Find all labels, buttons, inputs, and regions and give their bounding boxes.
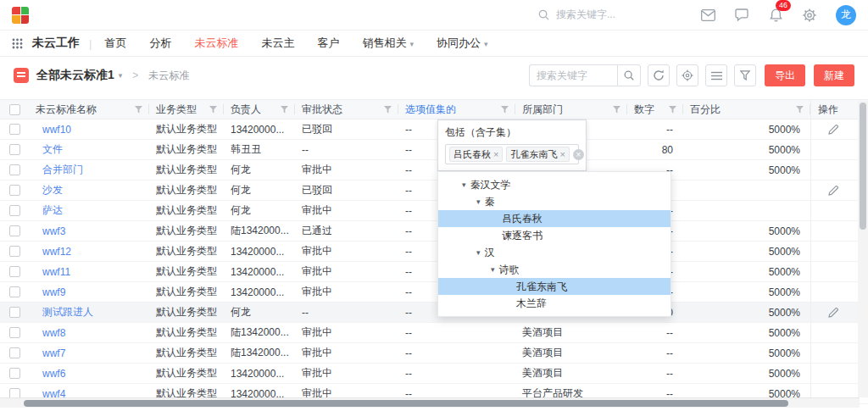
list-search-button[interactable] [617, 64, 641, 86]
row-checkbox[interactable] [9, 347, 20, 358]
nav-item-3[interactable]: 未云主 [261, 36, 294, 51]
row-checkbox[interactable] [9, 205, 20, 216]
cell-name[interactable]: wwf12 [29, 242, 149, 261]
cell-name[interactable]: wwf7 [29, 343, 149, 363]
table-row[interactable]: wwf3默认业务类型陆1342000...已通过----5000% [0, 221, 868, 242]
tree-node-0[interactable]: ▾秦汉文学 [438, 176, 670, 193]
column-header-5[interactable]: 所属部门 [515, 100, 627, 119]
app-logo[interactable] [12, 7, 29, 24]
avatar[interactable]: 龙 [836, 5, 856, 25]
vertical-scrollbar-thumb[interactable] [860, 103, 866, 230]
column-list-icon[interactable] [705, 64, 727, 86]
tree-node-5[interactable]: ▾诗歌 [438, 261, 670, 278]
app-launcher-icon[interactable] [12, 38, 23, 49]
column-filter-icon[interactable] [796, 106, 804, 114]
column-header-6[interactable]: 数字 [627, 100, 683, 119]
remove-tag-icon[interactable]: × [493, 147, 498, 161]
row-checkbox[interactable] [9, 327, 20, 338]
list-search-input[interactable] [529, 64, 617, 86]
tree-node-4[interactable]: ▾汉 [438, 244, 670, 261]
create-button[interactable]: 新建 [814, 64, 854, 86]
nav-item-1[interactable]: 分析 [149, 36, 171, 51]
cell-name[interactable]: 合并部门 [29, 160, 149, 180]
chat-icon[interactable] [734, 8, 749, 23]
nav-item-0[interactable]: 首页 [104, 36, 126, 51]
cell-name[interactable]: 沙发 [29, 181, 149, 200]
table-row[interactable]: wwf9默认业务类型13420000...审批中----5000% [0, 282, 868, 303]
gear-icon[interactable] [802, 8, 817, 23]
settings-gear-icon[interactable] [676, 64, 698, 86]
row-checkbox[interactable] [9, 307, 20, 318]
cell-name[interactable]: 文件 [29, 140, 149, 159]
horizontal-scrollbar-thumb[interactable] [24, 400, 788, 407]
column-filter-icon[interactable] [209, 106, 217, 114]
column-filter-icon[interactable] [384, 106, 392, 114]
table-row[interactable]: 合并部门默认业务类型何龙审批中----5000% [0, 160, 868, 181]
column-header-8[interactable]: 操作 [810, 100, 854, 119]
table-row[interactable]: wwf10默认业务类型13420000...已驳回----5000% [0, 119, 868, 140]
column-filter-icon[interactable] [135, 106, 142, 114]
edit-icon[interactable] [828, 308, 838, 318]
column-header-2[interactable]: 负责人 [224, 100, 295, 119]
nav-item-4[interactable]: 客户 [317, 36, 339, 51]
cell-name[interactable]: 萨达 [29, 201, 149, 220]
view-selector-caret-icon[interactable]: ▾ [119, 71, 123, 80]
row-checkbox[interactable] [9, 144, 20, 155]
column-header-1[interactable]: 业务类型 [149, 100, 224, 119]
column-header-0[interactable]: 未云标准名称 [29, 100, 149, 119]
edit-icon[interactable] [828, 125, 838, 135]
select-all-checkbox[interactable] [9, 104, 20, 115]
nav-item-2[interactable]: 未云标准 [194, 36, 238, 51]
vertical-scrollbar[interactable] [858, 101, 868, 397]
row-checkbox[interactable] [9, 246, 20, 257]
tree-expand-icon[interactable]: ▾ [476, 197, 481, 206]
cell-name[interactable]: wwf11 [29, 262, 149, 281]
tree-node-2[interactable]: 吕氏春秋 [438, 210, 670, 227]
tree-node-6[interactable]: 孔雀东南飞 [438, 278, 670, 295]
tree-node-7[interactable]: 木兰辞 [438, 295, 670, 312]
column-filter-icon[interactable] [613, 106, 620, 114]
tree-expand-icon[interactable]: ▾ [476, 248, 481, 257]
cell-name[interactable]: wwf3 [29, 221, 149, 241]
column-header-4[interactable]: 选项值集的 [398, 100, 515, 119]
tree-node-1[interactable]: ▾秦 [438, 193, 670, 210]
row-checkbox[interactable] [9, 286, 20, 297]
nav-item-6[interactable]: 协同办公▾ [437, 36, 488, 51]
filter-tag-input[interactable]: 吕氏春秋×孔雀东南飞×× [445, 144, 579, 164]
column-header-3[interactable]: 审批状态 [295, 100, 398, 119]
row-checkbox[interactable] [9, 124, 20, 135]
cell-name[interactable]: wwf6 [29, 364, 149, 383]
cell-name[interactable]: wwf8 [29, 323, 149, 342]
filter-funnel-icon[interactable] [734, 64, 756, 86]
remove-tag-icon[interactable]: × [559, 147, 565, 161]
clear-tags-icon[interactable]: × [573, 149, 584, 160]
table-row[interactable]: 文件默认业务类型韩丑丑----805000% [0, 140, 868, 160]
cell-name[interactable]: wwf10 [29, 119, 149, 139]
table-row[interactable]: 测试跟进人默认业务类型何龙----增加项目组505000% [0, 303, 868, 323]
global-search[interactable]: 搜索关键字... [537, 8, 615, 22]
column-filter-icon[interactable] [281, 106, 288, 114]
edit-icon[interactable] [828, 186, 838, 196]
refresh-icon[interactable] [648, 64, 670, 86]
cell-name[interactable]: 测试跟进人 [29, 303, 149, 322]
row-checkbox[interactable] [9, 185, 20, 196]
tree-expand-icon[interactable]: ▾ [491, 265, 495, 274]
export-button[interactable]: 导出 [765, 64, 805, 86]
table-row[interactable]: 沙发默认业务类型何龙已驳回-- [0, 181, 868, 201]
row-checkbox[interactable] [9, 266, 20, 277]
view-title[interactable]: 全部未云标准1 [36, 68, 114, 83]
table-row[interactable]: wwf8默认业务类型陆1342000...审批中--美酒项目--5000% [0, 323, 868, 343]
column-filter-icon[interactable] [501, 106, 509, 114]
table-row[interactable]: wwf12默认业务类型13420000...审批中----5000% [0, 242, 868, 262]
column-header-7[interactable]: 百分比 [683, 100, 810, 119]
column-filter-icon[interactable] [669, 106, 676, 114]
mail-icon[interactable] [700, 8, 715, 23]
table-row[interactable]: wwf7默认业务类型陆1342000...审批中--美酒项目--5000% [0, 343, 868, 364]
horizontal-scrollbar[interactable] [0, 397, 860, 408]
row-checkbox[interactable] [9, 368, 20, 379]
bell-icon[interactable]: 46 [768, 8, 783, 23]
nav-item-5[interactable]: 销售相关▾ [362, 36, 414, 51]
cell-name[interactable]: wwf9 [29, 282, 149, 302]
table-row[interactable]: wwf11默认业务类型13420000...审批中----5000% [0, 262, 868, 282]
table-row[interactable]: wwf6默认业务类型13420000...审批中--美酒项目--5000% [0, 364, 868, 384]
